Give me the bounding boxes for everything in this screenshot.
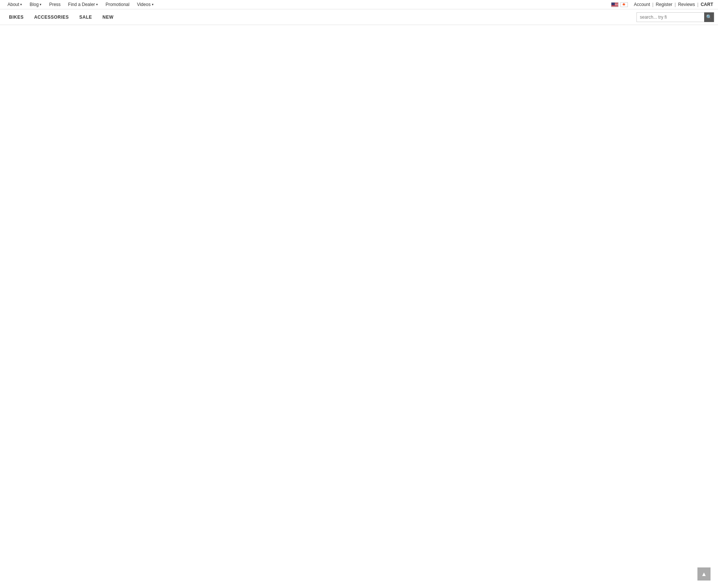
press-label: Press <box>49 2 61 7</box>
auth-separator-3: | <box>696 2 700 7</box>
back-to-top-button[interactable]: ▲ <box>697 567 711 581</box>
search-box: 🔍 <box>636 12 714 22</box>
main-content <box>0 25 718 588</box>
main-nav-new[interactable]: NEW <box>97 9 119 25</box>
search-button[interactable]: 🔍 <box>704 12 714 22</box>
main-nav-bikes[interactable]: BIKES <box>4 9 29 25</box>
main-nav-right: 🔍 <box>636 12 714 22</box>
main-nav-sale[interactable]: SALE <box>74 9 97 25</box>
main-nav-left: BIKES ACCESSORIES SALE NEW <box>4 9 119 25</box>
find-a-dealer-chevron-icon: ▾ <box>96 3 98 6</box>
back-to-top-icon: ▲ <box>701 571 707 578</box>
account-link[interactable]: Account <box>633 2 651 7</box>
blog-chevron-icon: ▾ <box>40 3 42 6</box>
top-bar-left-nav: About ▾ Blog ▾ Press Find a Dealer ▾ Pro… <box>4 0 157 9</box>
main-nav-accessories[interactable]: ACCESSORIES <box>29 9 74 25</box>
top-nav-about[interactable]: About ▾ <box>4 0 26 9</box>
flag-ca-icon: 🍁 <box>620 2 628 7</box>
flag-us-icon <box>611 2 619 7</box>
auth-separator-2: | <box>673 2 677 7</box>
accessories-label: ACCESSORIES <box>34 15 69 20</box>
blog-label: Blog <box>30 2 39 7</box>
top-nav-blog[interactable]: Blog ▾ <box>26 0 45 9</box>
search-icon: 🔍 <box>706 14 712 20</box>
top-nav-press[interactable]: Press <box>45 0 64 9</box>
about-label: About <box>7 2 19 7</box>
main-nav: BIKES ACCESSORIES SALE NEW 🔍 <box>0 9 718 25</box>
auth-links: Account | Register | Reviews | CART <box>633 2 714 7</box>
top-nav-promotional[interactable]: Promotional <box>102 0 133 9</box>
cart-link[interactable]: CART <box>700 2 714 7</box>
find-a-dealer-label: Find a Dealer <box>68 2 95 7</box>
search-input[interactable] <box>637 13 704 22</box>
videos-label: Videos <box>137 2 150 7</box>
sale-label: SALE <box>79 15 92 20</box>
flag-ca-container[interactable]: 🍁 <box>620 2 628 7</box>
flag-us-container[interactable] <box>611 2 619 7</box>
videos-chevron-icon: ▾ <box>152 3 154 6</box>
reviews-link[interactable]: Reviews <box>677 2 696 7</box>
top-bar-right: 🍁 Account | Register | Reviews | CART <box>611 2 714 7</box>
promotional-label: Promotional <box>105 2 129 7</box>
about-chevron-icon: ▾ <box>20 3 22 6</box>
auth-separator-1: | <box>651 2 654 7</box>
new-label: NEW <box>102 15 114 20</box>
bikes-label: BIKES <box>9 15 24 20</box>
top-nav-find-a-dealer[interactable]: Find a Dealer ▾ <box>64 0 102 9</box>
top-bar: About ▾ Blog ▾ Press Find a Dealer ▾ Pro… <box>0 0 718 9</box>
top-nav-videos[interactable]: Videos ▾ <box>133 0 157 9</box>
register-link[interactable]: Register <box>654 2 673 7</box>
